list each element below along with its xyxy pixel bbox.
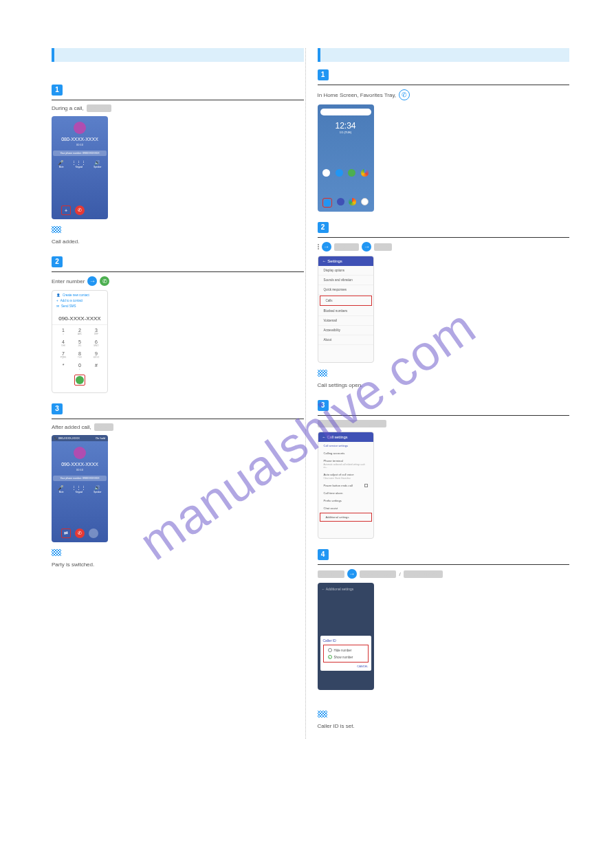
- step-text: During a call,: [52, 105, 84, 111]
- settings-item: Voicemail: [318, 316, 373, 326]
- step-number: 3: [52, 403, 63, 414]
- step-text: After added call,: [52, 424, 91, 430]
- step-3-left: 3 After added call, Swap 📞 080-XXXX-XXXX…: [52, 401, 304, 568]
- app-icon: [337, 198, 344, 205]
- end-call-button: ✆: [75, 528, 85, 538]
- section-header-right: [318, 48, 570, 62]
- result-text: Call added.: [52, 238, 304, 245]
- result-flag-icon: [318, 370, 327, 377]
- calls-chip: Calls: [374, 243, 392, 251]
- settings-mockup: ← Settings Display options Sounds and vi…: [318, 256, 374, 363]
- result-text: Call settings open.: [318, 382, 570, 388]
- avatar-icon: [74, 122, 86, 134]
- app-icon: [322, 169, 330, 177]
- result-flag-icon: [318, 711, 327, 717]
- speaker-button: 🔊Speaker: [94, 485, 101, 493]
- step-content: After added call, Swap: [52, 423, 304, 431]
- call-number: 090-XXXX-XXXX: [52, 462, 108, 467]
- end-call-button: ✆: [75, 205, 85, 215]
- result-text: Caller ID is set.: [318, 723, 570, 729]
- settings-item: About: [318, 335, 373, 345]
- call-number: 080-XXXX-XXXX: [52, 137, 108, 142]
- step-number: 4: [318, 549, 329, 560]
- send-sms-link: ✉Send SMS: [56, 304, 103, 308]
- step-number: 1: [52, 85, 63, 96]
- step-3-right: 3 Additional settings ← Call settings Ca…: [318, 398, 570, 539]
- settings-item: Call time alarm: [318, 489, 373, 497]
- settings-item: Accessibility: [318, 326, 373, 335]
- step-number: 2: [52, 256, 63, 267]
- speaker-button: 🔊Speaker: [94, 160, 101, 168]
- additional-settings-chip: Additional settings: [318, 420, 387, 427]
- create-contact-link: 👤Create new contact: [56, 293, 103, 297]
- calls-highlight: Calls: [320, 296, 372, 306]
- step-1-right: 1 In Home Screen, Favorites Tray, ✆ 12:3…: [318, 67, 570, 212]
- arrow-icon: →: [87, 276, 97, 286]
- avatar-icon: [74, 447, 86, 459]
- app-icon: [336, 169, 343, 177]
- arrow-icon: →: [347, 569, 357, 579]
- arrow-icon: →: [362, 242, 371, 252]
- step-content: During a call, Add call: [52, 104, 304, 112]
- step-number: 3: [318, 400, 329, 411]
- home-screen-mockup: 12:341/1 (TUE): [318, 104, 374, 212]
- step-4-right: 4 Caller ID → Hide number / Show number …: [318, 547, 570, 729]
- dialer-mockup: 👤Create new contact +Add to a contact ✉S…: [52, 290, 108, 393]
- clock-widget: 12:341/1 (TUE): [318, 121, 374, 134]
- add-call-highlight: +: [61, 205, 71, 215]
- app-icon: [348, 169, 355, 177]
- phone-icon: ✆: [100, 276, 109, 286]
- settings-item: Blocked numbers: [318, 307, 373, 316]
- step-content: Additional settings: [318, 420, 570, 427]
- show-number-radio: Show number: [325, 654, 366, 660]
- step-divider: [52, 100, 304, 100]
- result-flag-icon: [52, 549, 61, 556]
- step-content: → Settings → Calls: [318, 242, 570, 252]
- step-divider: [318, 415, 570, 416]
- step-number: 2: [318, 222, 329, 233]
- step-content: Enter number → ✆: [52, 276, 304, 286]
- addl-header: ← Additional settings: [318, 583, 374, 595]
- menu-dots-icon: [318, 244, 319, 249]
- dial-button-highlight: [74, 375, 85, 386]
- result-flag-icon: [52, 226, 61, 233]
- hide-number-chip: Hide number: [360, 570, 397, 578]
- step-text: Enter number: [52, 278, 85, 285]
- keypad-button: ⋮⋮⋮Keypad: [72, 160, 86, 168]
- section-header-left: [52, 48, 304, 62]
- phone-app-icon: ✆: [399, 89, 410, 100]
- section-label: Call service settings: [318, 442, 373, 449]
- phone-app-highlight: [322, 198, 332, 208]
- settings-item: Prefix settings: [318, 497, 373, 504]
- dialog-title: Caller ID: [323, 638, 369, 643]
- settings-item: Power button ends call: [318, 482, 373, 489]
- keypad-button: ⋮⋮⋮Keypad: [72, 485, 86, 493]
- result-text: Party is switched.: [52, 561, 304, 568]
- settings-item: Phone terminalAutomatic outbound call re…: [318, 457, 373, 471]
- settings-item: Auto adjust of call voiceClear voice: St…: [318, 471, 373, 482]
- caller-id-dialog: Caller ID Hide number Show number CANCEL: [320, 636, 371, 671]
- swap-chip: Swap: [94, 423, 113, 431]
- call-settings-header: ← Call settings: [318, 432, 373, 442]
- dialog-options-highlight: Hide number Show number: [323, 645, 369, 663]
- info-bar: Your phone number: 090XXXXXXXX: [53, 476, 107, 481]
- caller-id-chip: Caller ID: [318, 570, 344, 578]
- step-content: In Home Screen, Favorites Tray, ✆: [318, 89, 570, 100]
- step-content: Caller ID → Hide number / Show number: [318, 569, 570, 579]
- settings-item: Sounds and vibration: [318, 276, 373, 285]
- dialed-number: 090-XXXX-XXXX: [52, 313, 107, 325]
- add-call-chip: Add call: [87, 104, 111, 112]
- settings-header: ← Settings: [318, 256, 373, 266]
- mute-button: 🎤Mute: [58, 160, 64, 168]
- settings-item: Quick responses: [318, 285, 373, 295]
- play-store-icon: [361, 169, 369, 177]
- step-number: 1: [318, 69, 329, 80]
- additional-settings-mockup: ← Additional settings Caller ID Hide num…: [318, 583, 374, 690]
- column-divider: [305, 48, 306, 739]
- additional-settings-highlight: Additional settings: [320, 513, 372, 522]
- arrow-icon: →: [322, 242, 331, 252]
- call-time: 00:10: [52, 143, 108, 146]
- merge-icon: [89, 528, 98, 538]
- info-bar: Your phone number: 090XXXXXXXX: [53, 151, 107, 156]
- section-desc-left: [52, 67, 304, 74]
